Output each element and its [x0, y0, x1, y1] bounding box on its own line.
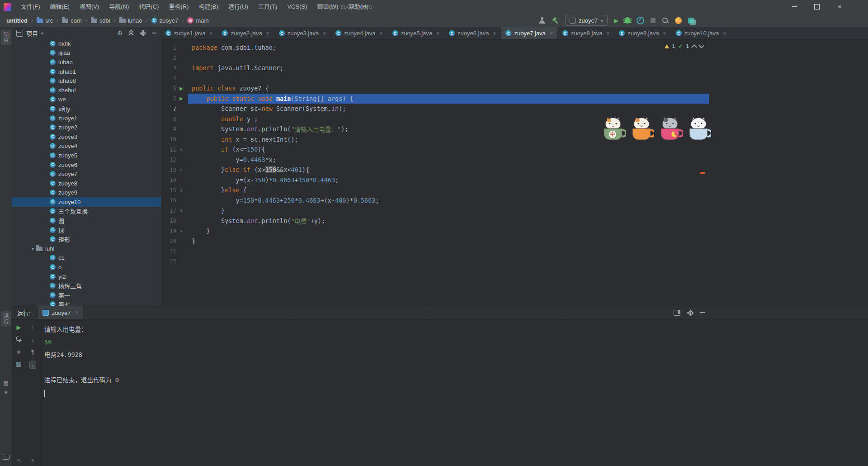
fold-icon[interactable]: ∨ — [176, 208, 186, 213]
tree-item-zuoye9[interactable]: Czuoye9 — [12, 188, 161, 198]
tree-item-球[interactable]: C球 — [12, 225, 161, 235]
plugin-icon[interactable] — [688, 18, 694, 24]
prev-problem-icon[interactable] — [691, 44, 697, 50]
tab-close-icon[interactable]: × — [723, 30, 726, 37]
code-line-20[interactable]: 20} — [161, 236, 709, 247]
next-problem-icon[interactable] — [698, 43, 704, 48]
run-line-icon[interactable]: ▶ — [176, 96, 186, 101]
tab-zuoye5.java[interactable]: Czuoye5.java× — [388, 27, 444, 39]
run-tab[interactable]: zuoye7 × — [38, 306, 83, 319]
code-line-1[interactable]: 1package com.sdbi.luhao; — [161, 43, 709, 53]
collapse-all-icon[interactable] — [128, 30, 134, 36]
more-actions-right-icon[interactable]: » — [31, 456, 34, 463]
breadcrumb-item-com[interactable]: com — [61, 17, 83, 24]
tab-close-icon[interactable]: × — [266, 30, 269, 37]
code-line-16[interactable]: 16 y=150*0.4463+250*0.4663+(x-400)*0.566… — [161, 195, 709, 206]
menu-item-文件(F)[interactable]: 文件(F) — [16, 0, 45, 14]
hide-panel-icon[interactable] — [152, 33, 156, 33]
tab-zuoye2.java[interactable]: Czuoye2.java× — [217, 27, 274, 39]
tab-zuoye1.java[interactable]: Czuoye1.java× — [161, 27, 217, 39]
tab-close-icon[interactable]: × — [380, 30, 383, 37]
project-view-chevron-icon[interactable]: ▾ — [41, 31, 43, 36]
run-config-selector[interactable]: zuoye7 ▾ — [565, 15, 608, 26]
tree-item-第七[interactable]: C第七 — [12, 300, 161, 306]
fold-icon[interactable]: ∨ — [176, 188, 186, 192]
tree-item-yi2[interactable]: Cyi2 — [12, 272, 161, 281]
chevron-down-icon[interactable]: ▾ — [32, 246, 34, 251]
code-line-21[interactable]: 21 — [161, 246, 709, 257]
code-line-5[interactable]: 5▶public class zuoye7 { — [161, 83, 709, 94]
tree-item-zuoye10[interactable]: Czuoye10 — [12, 197, 161, 207]
tree-item-zuoye4[interactable]: Czuoye4 — [12, 142, 161, 151]
tree-item-o[interactable]: Co — [12, 262, 161, 272]
menu-item-构建(B)[interactable]: 构建(B) — [193, 0, 223, 14]
tree-item-luhao1[interactable]: Cluhao1 — [12, 67, 161, 76]
run-settings-gear-icon[interactable] — [687, 309, 693, 316]
tab-zuoye4.java[interactable]: Czuoye4.java× — [331, 27, 387, 39]
tree-item-园[interactable]: C园 — [12, 216, 161, 225]
build-hammer-icon[interactable] — [552, 17, 559, 24]
tree-item-zuoye5[interactable]: Czuoye5 — [12, 151, 161, 160]
menu-item-视图(V)[interactable]: 视图(V) — [75, 0, 104, 14]
build-tool-icon[interactable]: ▦ — [0, 380, 12, 386]
next-occurrence-icon[interactable]: ↓ — [31, 336, 34, 342]
restore-layout-icon[interactable]: ▦ — [16, 361, 21, 367]
run-button[interactable]: ▶ — [614, 17, 618, 24]
code-line-14[interactable]: 14 y=(x-150)*0.4663+150*0.4463; — [161, 175, 709, 185]
code-editor[interactable]: 1package com.sdbi.luhao;2 3import java.u… — [161, 40, 709, 306]
menu-item-代码(C)[interactable]: 代码(C) — [134, 0, 164, 14]
breadcrumb-item-luhao[interactable]: luhao — [118, 17, 143, 24]
tree-item-luhao[interactable]: Cluhao — [12, 57, 161, 67]
tree-item-zuoye8[interactable]: Czuoye8 — [12, 179, 161, 188]
tree-item-杨辉三角[interactable]: C杨辉三角 — [12, 281, 161, 290]
tab-close-icon[interactable]: × — [606, 30, 609, 37]
run-tab-close-icon[interactable]: × — [75, 309, 79, 316]
tree-item-三个数互换[interactable]: C三个数互换 — [12, 207, 161, 216]
code-line-15[interactable]: 15∨ }else { — [161, 185, 709, 195]
menu-item-导航(N)[interactable]: 导航(N) — [104, 0, 134, 14]
search-icon[interactable] — [662, 17, 669, 24]
tab-close-icon[interactable]: × — [436, 30, 439, 37]
run-line-icon[interactable]: ▶ — [176, 86, 186, 91]
menu-item-运行(U)[interactable]: 运行(U) — [223, 0, 253, 14]
tree-item-c1[interactable]: Cc1 — [12, 253, 161, 263]
code-line-12[interactable]: 12 y=0.4463*x; — [161, 155, 709, 165]
tab-close-icon[interactable]: × — [493, 30, 496, 37]
sidebar-item-project[interactable]: 项目 — [1, 30, 11, 45]
notification-icon[interactable] — [675, 17, 682, 24]
tree-item-jijiaa[interactable]: Cjijiaa — [12, 48, 161, 58]
code-line-18[interactable]: 18 System.out.println("电费"+y); — [161, 216, 709, 226]
soft-wrap-icon[interactable]: ¶ — [31, 348, 34, 355]
stop-button[interactable] — [651, 18, 656, 23]
breadcrumb-item-sdbi[interactable]: sdbi — [90, 17, 111, 24]
tab-close-icon[interactable]: × — [323, 30, 326, 37]
breadcrumb-item-untitled[interactable]: untitled — [5, 17, 28, 24]
debug-button[interactable] — [625, 17, 630, 24]
scroll-to-end-icon[interactable]: ↓ — [29, 361, 36, 369]
code-line-11[interactable]: 11∨ if (x<=150){ — [161, 144, 709, 155]
code-line-2[interactable]: 2 — [161, 53, 709, 63]
tree-item-luhl[interactable]: ▾luhl — [12, 244, 161, 253]
tab-zuoye8.java[interactable]: Czuoye8.java× — [558, 27, 614, 39]
code-line-4[interactable]: 4 — [161, 73, 709, 84]
breadcrumb-item-zuoye7[interactable]: Czuoye7 — [151, 17, 179, 24]
code-line-6[interactable]: 6▶ public static void main(String[] args… — [161, 94, 709, 104]
maximize-button[interactable] — [806, 0, 828, 14]
tab-zuoye9.java[interactable]: Czuoye9.java× — [614, 27, 671, 39]
tree-item-shehui[interactable]: Cshehui — [12, 86, 161, 95]
tab-zuoye7.java[interactable]: Czuoye7.java× — [501, 27, 557, 39]
code-line-13[interactable]: 13∨ }else if (x>150&&x<401){ — [161, 165, 709, 175]
sidebar-item-run[interactable]: 运行 — [1, 311, 11, 327]
console-caret-line[interactable] — [44, 386, 868, 399]
tree-item-hkhk[interactable]: Chkhk — [12, 39, 161, 48]
tree-item-zuoye2[interactable]: Czuoye2 — [12, 123, 161, 132]
tab-zuoye6.java[interactable]: Czuoye6.java× — [444, 27, 501, 39]
tree-item-第一[interactable]: C第一 — [12, 290, 161, 300]
coverage-button[interactable] — [637, 17, 644, 24]
breadcrumb-item-main[interactable]: mmain — [186, 17, 209, 24]
tree-item-luhao8[interactable]: Cluhao8 — [12, 76, 161, 86]
menu-item-VCS(S)[interactable]: VCS(S) — [282, 0, 312, 14]
more-actions-left-icon[interactable]: » — [17, 456, 20, 463]
fold-icon[interactable]: ∨ — [176, 228, 186, 233]
breadcrumb-item-src[interactable]: src — [36, 17, 54, 24]
